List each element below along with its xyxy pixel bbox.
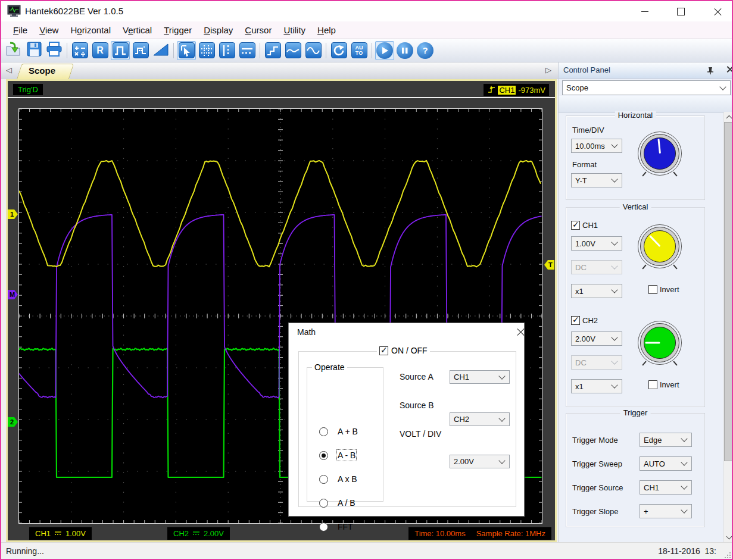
pin-icon[interactable] [707,66,714,77]
menu-utility[interactable]: Utility [277,24,311,36]
horizontal-knob[interactable] [638,132,682,176]
ch1-volt-select[interactable]: 1.00V [571,236,622,251]
step-wave-button[interactable] [263,41,282,60]
ch2-invert-checkbox[interactable] [648,380,657,389]
ch2-volt-div: 2.00V [204,529,224,538]
ch1-probe-select[interactable]: x1 [571,284,622,298]
trigger-level-marker[interactable]: T [543,259,554,270]
ch1-enable-checkbox[interactable] [571,221,580,230]
scroll-down-icon[interactable] [724,533,733,543]
ch1-ground-marker[interactable]: 1 [8,209,19,220]
help-button[interactable]: ? [416,41,435,60]
menu-file[interactable]: File [7,24,33,36]
operate-option-a-times-b[interactable]: A x B [319,474,357,484]
toolbar-separator [67,43,67,58]
pause-button[interactable] [395,41,414,60]
vertical-cursor-icon [219,42,235,58]
ch1-invert-checkbox[interactable] [648,285,657,294]
scrollbar-thumb[interactable] [724,122,733,461]
operate-legend: Operate [312,362,347,372]
operate-option-a-plus-b[interactable]: A + B [319,427,358,436]
operate-option-a-minus-b[interactable]: A - B [319,450,355,460]
save-button[interactable] [24,41,43,60]
close-icon[interactable] [704,1,731,21]
scroll-up-icon[interactable] [724,112,733,122]
pulse-button[interactable] [111,41,130,60]
source-b-select[interactable]: CH2 [450,412,510,426]
ch2-position-knob[interactable] [638,321,682,365]
play-icon [376,42,393,59]
maximize-icon[interactable] [667,1,694,21]
print-icon [46,41,63,60]
menu-horizontal[interactable]: Horizontal [64,24,117,36]
format-select[interactable]: Y-T [571,173,622,187]
ch1-coupling-select: DC [571,260,622,274]
pass-fail-button[interactable] [131,41,150,60]
app-icon [7,5,21,20]
reference-button[interactable]: R [91,41,110,60]
ch2-enable-checkbox[interactable] [571,316,580,325]
help-icon: ? [417,42,433,59]
math-button[interactable] [70,41,89,60]
start-button[interactable] [375,41,394,60]
autoset-button[interactable]: AUTO [350,41,369,60]
smooth-wave-button[interactable] [283,41,302,60]
open-button[interactable] [4,41,23,60]
math-onoff-checkbox[interactable] [379,346,388,355]
status-datetime: 18-11-2016 13: [658,546,716,556]
ch1-enable-row[interactable]: CH1 [571,221,598,230]
sine-wave-button[interactable] [304,41,323,60]
trigger-sweep-select[interactable]: AUTO [640,456,692,471]
tab-scope-label[interactable]: Scope [29,65,55,76]
ch1-invert-row[interactable]: Invert [648,285,679,294]
math-dialog-title: Math [297,327,316,337]
minimize-icon[interactable] [631,1,659,21]
print-button[interactable] [45,41,64,60]
volt-div-select[interactable]: 2.00V [450,455,510,468]
ch2-ground-marker[interactable]: 2 [8,417,19,427]
menu-vertical[interactable]: Vertical [117,24,158,36]
reset-button[interactable] [329,41,348,60]
trigger-sweep-label: Trigger Sweep [572,459,622,468]
reset-icon [331,42,347,58]
math-ground-marker[interactable]: M [8,289,19,300]
menu-help[interactable]: Help [311,24,342,36]
normal-cursor-button[interactable] [177,41,196,60]
open-icon [5,41,22,60]
sine-wave-icon [305,42,322,58]
trigger-legend: Trigger [620,408,651,417]
resize-grip[interactable] [723,550,731,558]
ch2-probe-select[interactable]: x1 [571,379,622,393]
source-b-label: Source B [400,401,434,410]
source-a-select[interactable]: CH1 [450,370,510,384]
menu-display[interactable]: Display [198,24,239,36]
panel-mode-select[interactable]: Scope [562,80,731,95]
sample-rate-readout: Sample Rate: 1MHz [476,529,545,538]
window-title: Hantek6022BE Ver 1.0.5 [25,6,123,16]
trigger-mode-select[interactable]: Edge [640,433,692,447]
horizontal-group: Horizontal Time/DIV 10.00ms Format Y-T [566,115,705,200]
horizontal-cursor-button[interactable] [238,41,257,60]
ramp-button[interactable] [151,41,170,60]
tab-scroll-left-icon[interactable]: ◁ [6,65,12,74]
control-panel-header: Control Panel [559,62,733,79]
tab-scroll-right-icon[interactable]: ▷ [545,65,551,74]
trigger-source-label: Trigger Source [572,483,623,492]
operate-option-a-div-b[interactable]: A / B [319,498,355,508]
menu-trigger[interactable]: Trigger [158,24,198,36]
menu-view[interactable]: View [33,24,64,36]
ch2-volt-select[interactable]: 2.00V [571,331,622,346]
ch2-enable-row[interactable]: CH2 [571,316,598,325]
operate-option-fft[interactable]: FFT [319,522,353,531]
panel-scrollbar[interactable] [723,112,733,543]
ch1-position-knob[interactable] [638,224,682,268]
ch2-scale-readout: CH2 2.00V [167,527,230,540]
ch2-invert-row[interactable]: Invert [648,380,679,389]
menu-cursor[interactable]: Cursor [239,24,277,36]
trigger-source-select[interactable]: CH1 [640,480,692,495]
track-cursor-button[interactable] [197,41,216,60]
vertical-cursor-button[interactable] [217,41,236,60]
trigger-slope-select[interactable]: + [640,504,692,518]
math-onoff-row[interactable]: ON / OFF [377,346,430,355]
time-div-select[interactable]: 10.00ms [571,139,622,153]
